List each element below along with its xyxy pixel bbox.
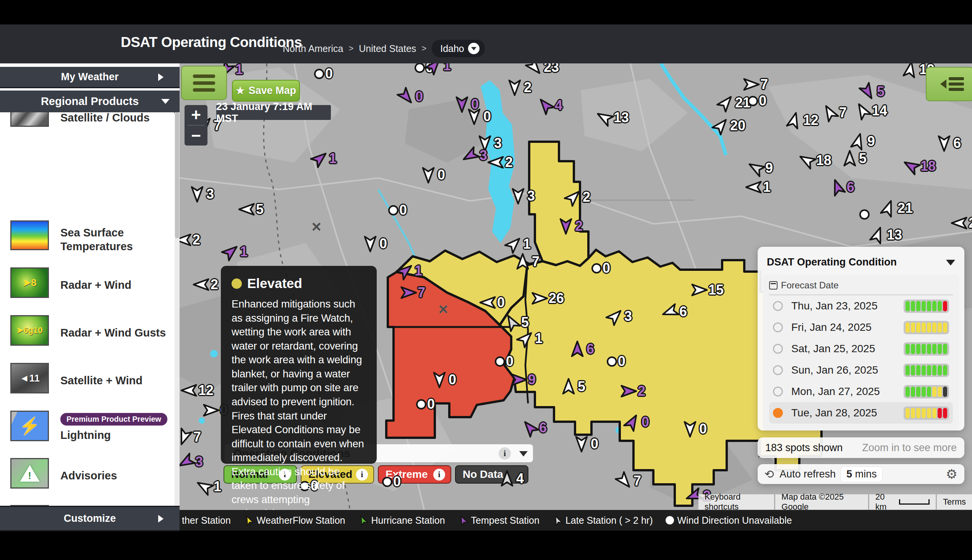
- wind-station[interactable]: 5: [238, 199, 263, 219]
- wind-station[interactable]: 3: [510, 186, 535, 206]
- wind-station[interactable]: 2: [180, 230, 200, 250]
- wind-station[interactable]: 6: [829, 177, 854, 197]
- wind-station[interactable]: 12: [785, 110, 819, 130]
- wind-station[interactable]: 2: [193, 275, 218, 295]
- station-no-direction[interactable]: 0: [592, 260, 610, 276]
- wind-station[interactable]: 7: [822, 103, 847, 123]
- wind-station[interactable]: 3: [180, 452, 203, 472]
- wind-station[interactable]: 26: [531, 288, 564, 308]
- forecast-date-option[interactable]: Mon, Jan 27, 2025: [769, 381, 953, 402]
- wind-station[interactable]: 7: [743, 75, 768, 94]
- wind-station[interactable]: 15: [691, 280, 724, 300]
- wind-station[interactable]: 18: [903, 156, 936, 176]
- chevron-down-icon[interactable]: [946, 260, 955, 270]
- wind-station[interactable]: 0: [362, 234, 387, 253]
- breadcrumb-continent[interactable]: North America: [283, 43, 343, 54]
- forecast-date-option[interactable]: Thu, Jan 23, 2025: [769, 295, 953, 317]
- station-no-direction[interactable]: 0: [416, 396, 435, 412]
- wind-station[interactable]: 7: [400, 283, 425, 303]
- wind-station[interactable]: 1: [397, 261, 422, 281]
- wind-station[interactable]: 0: [431, 370, 456, 390]
- wind-station[interactable]: 1: [312, 148, 337, 168]
- map-canvas[interactable]: 100 1 23 2 0 0 4 210 7 5 0 13 20 12 7 14…: [180, 63, 972, 531]
- wind-station[interactable]: 13: [596, 108, 629, 128]
- refresh-interval[interactable]: 5 mins: [841, 467, 882, 482]
- wind-station[interactable]: 1: [517, 328, 543, 348]
- wind-station[interactable]: 0: [682, 419, 707, 439]
- station-x-marker[interactable]: ✕: [438, 302, 449, 317]
- wind-station[interactable]: 2: [487, 152, 513, 172]
- wind-station[interactable]: 3: [607, 307, 632, 326]
- wind-station[interactable]: 0: [480, 293, 505, 312]
- wind-station[interactable]: 3: [462, 145, 487, 165]
- wind-station[interactable]: 7: [616, 471, 641, 491]
- region-selector[interactable]: Idaho: [432, 40, 485, 57]
- collapse-panel-button[interactable]: [926, 67, 972, 101]
- zoom-out-button[interactable]: −: [185, 126, 207, 145]
- wind-station[interactable]: 23: [526, 63, 559, 77]
- wind-station[interactable]: 2: [506, 78, 532, 97]
- sidebar-section-regional-products[interactable]: Regional Products: [0, 90, 180, 113]
- station-no-direction[interactable]: 0: [388, 202, 407, 218]
- sidebar-product-sst[interactable]: Sea Surface Temperatures: [0, 220, 174, 265]
- wind-station[interactable]: 9: [748, 158, 773, 178]
- station-no-direction[interactable]: 0: [314, 66, 333, 82]
- station-no-direction[interactable]: [859, 209, 870, 220]
- sidebar-product-radarwind[interactable]: ➤8 Radar + Wind: [0, 267, 174, 312]
- wind-station[interactable]: 0: [466, 107, 491, 127]
- wind-station[interactable]: 7: [180, 427, 201, 447]
- radio-icon[interactable]: [773, 301, 783, 311]
- sidebar-section-customize[interactable]: Customize: [0, 506, 180, 532]
- gear-icon[interactable]: ⚙: [946, 467, 957, 482]
- wind-station[interactable]: 21: [717, 93, 750, 113]
- forecast-date-option[interactable]: Fri, Jan 24, 2025: [769, 317, 953, 338]
- radio-icon[interactable]: [773, 408, 783, 418]
- wind-station[interactable]: 5: [560, 377, 585, 397]
- keyboard-shortcuts-link[interactable]: Keyboard shortcuts: [699, 494, 774, 510]
- breadcrumb-country[interactable]: United States: [359, 43, 416, 54]
- wind-station[interactable]: 3: [189, 184, 214, 204]
- forecast-date-option[interactable]: Sat, Jan 25, 2025: [769, 338, 953, 360]
- info-icon[interactable]: i: [499, 447, 511, 460]
- wind-station[interactable]: 21: [880, 198, 913, 218]
- station-no-direction[interactable]: 0: [607, 353, 625, 369]
- wind-station[interactable]: 1: [745, 177, 771, 197]
- sidebar-product-satclouds[interactable]: Satellite / Clouds: [0, 112, 174, 145]
- wind-station[interactable]: 18: [799, 150, 831, 170]
- station-no-direction[interactable]: 0: [495, 353, 514, 369]
- wind-station[interactable]: 20: [713, 116, 745, 136]
- forecast-date-option[interactable]: Sun, Jan 26, 2025: [769, 360, 953, 381]
- wind-station[interactable]: 5: [841, 148, 867, 168]
- wind-station[interactable]: 1: [426, 63, 451, 76]
- wind-station[interactable]: 12: [181, 380, 213, 400]
- wind-station[interactable]: 0: [573, 434, 599, 454]
- wind-station[interactable]: 13: [869, 225, 902, 245]
- sidebar-product-lightning[interactable]: ⚡ Premium Product PreviewLightning: [0, 411, 174, 456]
- wind-station[interactable]: 1: [505, 234, 531, 254]
- station-no-direction[interactable]: 0: [748, 93, 767, 109]
- wind-station[interactable]: 5: [859, 82, 885, 102]
- wind-station[interactable]: 7: [514, 252, 540, 272]
- wind-station[interactable]: 1: [196, 477, 221, 497]
- wind-station[interactable]: 21: [951, 213, 972, 233]
- zoom-in-button[interactable]: +: [185, 105, 207, 125]
- wind-station[interactable]: 6: [522, 418, 547, 438]
- wind-station[interactable]: 0: [420, 165, 445, 185]
- terms-link[interactable]: Terms: [937, 494, 972, 510]
- wind-station[interactable]: 6: [662, 302, 687, 322]
- chevron-down-icon[interactable]: [519, 451, 528, 461]
- forecast-date-option[interactable]: Tue, Jan 28, 2025: [769, 402, 953, 423]
- wind-station[interactable]: 2: [565, 187, 590, 207]
- wind-station[interactable]: 1: [222, 242, 248, 262]
- wind-station[interactable]: 0: [624, 412, 649, 432]
- sidebar-product-advisories[interactable]: ! Advisories: [0, 458, 174, 503]
- wind-station[interactable]: 14: [854, 101, 887, 121]
- radio-icon[interactable]: [773, 365, 783, 375]
- radio-icon[interactable]: [773, 344, 783, 354]
- wind-station[interactable]: 9: [510, 370, 536, 390]
- radio-icon[interactable]: [773, 387, 783, 397]
- wind-station[interactable]: 6: [936, 133, 961, 153]
- save-map-button[interactable]: ★ Save Map: [232, 80, 300, 102]
- wind-station[interactable]: 0: [398, 87, 423, 107]
- sidebar-product-radargusts[interactable]: ➤6g10 Radar + Wind Gusts: [0, 315, 174, 360]
